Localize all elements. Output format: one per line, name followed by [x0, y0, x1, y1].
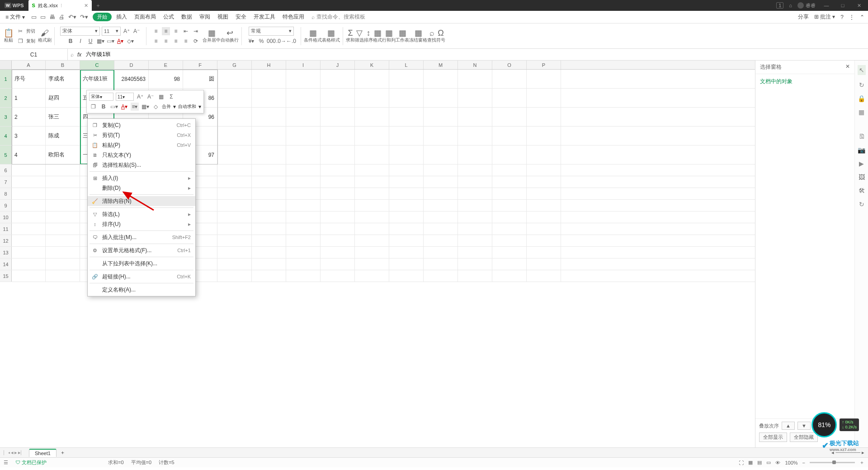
- percent-icon[interactable]: %: [257, 37, 265, 45]
- mt-bold-icon[interactable]: B: [99, 103, 108, 111]
- sheet-first-icon[interactable]: ⎸◂: [4, 450, 10, 456]
- user-avatar[interactable]: 睿睿: [797, 2, 816, 9]
- cell[interactable]: [252, 127, 286, 145]
- row-header[interactable]: 4: [0, 127, 12, 145]
- formula-input[interactable]: [85, 51, 865, 59]
- cell[interactable]: [458, 176, 492, 188]
- stack-up-button[interactable]: ▲: [782, 422, 795, 430]
- ctx-insert[interactable]: ⊞插入(I)▸: [88, 173, 195, 183]
- col-G[interactable]: G: [217, 61, 252, 69]
- tab-dev[interactable]: 开发工具: [251, 13, 278, 21]
- merge-center-button[interactable]: ▦合并居中: [203, 29, 221, 43]
- side-cam-icon[interactable]: 📷: [858, 146, 865, 154]
- cell[interactable]: [252, 247, 286, 258]
- cell[interactable]: 3: [12, 127, 46, 145]
- cell[interactable]: [321, 108, 355, 126]
- cell[interactable]: [527, 200, 561, 211]
- find-button[interactable]: ⌕查找: [427, 29, 436, 43]
- cell[interactable]: [286, 70, 321, 88]
- cell[interactable]: [492, 200, 527, 211]
- font-name-select[interactable]: 宋体▾: [60, 27, 100, 36]
- mt-sum-icon[interactable]: Σ: [167, 93, 175, 101]
- qat-redo-icon[interactable]: ↷▾: [80, 14, 88, 20]
- cell[interactable]: [12, 176, 46, 188]
- show-all-button[interactable]: 全部显示: [759, 432, 787, 442]
- symbol-button[interactable]: Ω符号: [436, 29, 445, 43]
- side-img-icon[interactable]: 🖼: [859, 174, 865, 181]
- cell[interactable]: [355, 70, 389, 88]
- search-box[interactable]: ⌕查找命令、搜索模板: [309, 13, 368, 21]
- cell[interactable]: [321, 247, 355, 258]
- cell[interactable]: [492, 223, 527, 235]
- cell[interactable]: [217, 146, 252, 164]
- cell[interactable]: [252, 270, 286, 282]
- row-header[interactable]: 15: [0, 270, 12, 282]
- cell[interactable]: [355, 247, 389, 258]
- col-B[interactable]: B: [46, 61, 80, 69]
- sheet-prev-icon[interactable]: ◂: [11, 450, 14, 456]
- cell[interactable]: 六年级1班: [80, 70, 114, 88]
- cell[interactable]: [424, 108, 458, 126]
- cell[interactable]: [321, 270, 355, 282]
- rowcol-button[interactable]: ▦行和列: [382, 29, 396, 43]
- cell[interactable]: [286, 258, 321, 270]
- cell[interactable]: [527, 258, 561, 270]
- cell[interactable]: [286, 212, 321, 223]
- cell[interactable]: [321, 127, 355, 145]
- cell[interactable]: 圆: [183, 70, 217, 88]
- cell[interactable]: [527, 223, 561, 235]
- cell[interactable]: [321, 235, 355, 246]
- row-header[interactable]: 13: [0, 247, 12, 258]
- cell[interactable]: [217, 108, 252, 126]
- cell[interactable]: [424, 247, 458, 258]
- row-header[interactable]: 6: [0, 164, 12, 176]
- cell[interactable]: [321, 223, 355, 235]
- col-K[interactable]: K: [355, 61, 389, 69]
- copy-icon[interactable]: ❐: [16, 37, 24, 45]
- cell[interactable]: 欧阳名: [46, 146, 80, 164]
- col-L[interactable]: L: [389, 61, 424, 69]
- cell[interactable]: [12, 235, 46, 246]
- cell[interactable]: [286, 89, 321, 107]
- cell[interactable]: [492, 235, 527, 246]
- cell[interactable]: [527, 70, 561, 88]
- cell[interactable]: [321, 212, 355, 223]
- mt-fill-icon[interactable]: ▭▾: [110, 103, 118, 111]
- side-lock-icon[interactable]: 🔒: [858, 95, 865, 102]
- close-button[interactable]: ✕: [854, 3, 864, 9]
- row-header[interactable]: 3: [0, 108, 12, 126]
- cell[interactable]: [252, 223, 286, 235]
- cell[interactable]: [424, 200, 458, 211]
- sort-button[interactable]: ↕排序: [364, 29, 373, 43]
- cell[interactable]: [458, 258, 492, 270]
- cell[interactable]: [424, 70, 458, 88]
- mt-fmt-icon[interactable]: ◇: [151, 103, 160, 111]
- row-header[interactable]: 7: [0, 176, 12, 188]
- mt-font[interactable]: 宋体▾: [89, 93, 113, 101]
- cell[interactable]: [424, 89, 458, 107]
- select-all-corner[interactable]: [0, 61, 12, 69]
- cell[interactable]: [527, 176, 561, 188]
- tab-security[interactable]: 安全: [233, 13, 249, 21]
- perf-gauge[interactable]: 81%: [811, 412, 837, 437]
- cell[interactable]: [389, 235, 424, 246]
- mt-merge-label[interactable]: 合并: [162, 103, 171, 110]
- cell[interactable]: [492, 146, 527, 164]
- ctx-paste[interactable]: 📋粘贴(P)Ctrl+V: [88, 140, 195, 150]
- cell[interactable]: [12, 200, 46, 211]
- cell[interactable]: [389, 223, 424, 235]
- cell[interactable]: [321, 89, 355, 107]
- bold-icon[interactable]: B: [66, 37, 75, 45]
- cell[interactable]: [252, 258, 286, 270]
- cell[interactable]: [217, 223, 252, 235]
- side-grid-icon[interactable]: ▦: [859, 108, 864, 116]
- col-J[interactable]: J: [321, 61, 355, 69]
- underline-icon[interactable]: U: [86, 37, 94, 45]
- minimize-button[interactable]: —: [821, 3, 832, 8]
- cell[interactable]: [355, 258, 389, 270]
- ctx-cut[interactable]: ✂剪切(T)Ctrl+X: [88, 130, 195, 140]
- mt-align-icon[interactable]: ≡▾: [131, 103, 139, 111]
- cell[interactable]: [492, 247, 527, 258]
- badge[interactable]: 1: [776, 2, 783, 9]
- cell[interactable]: [217, 164, 252, 176]
